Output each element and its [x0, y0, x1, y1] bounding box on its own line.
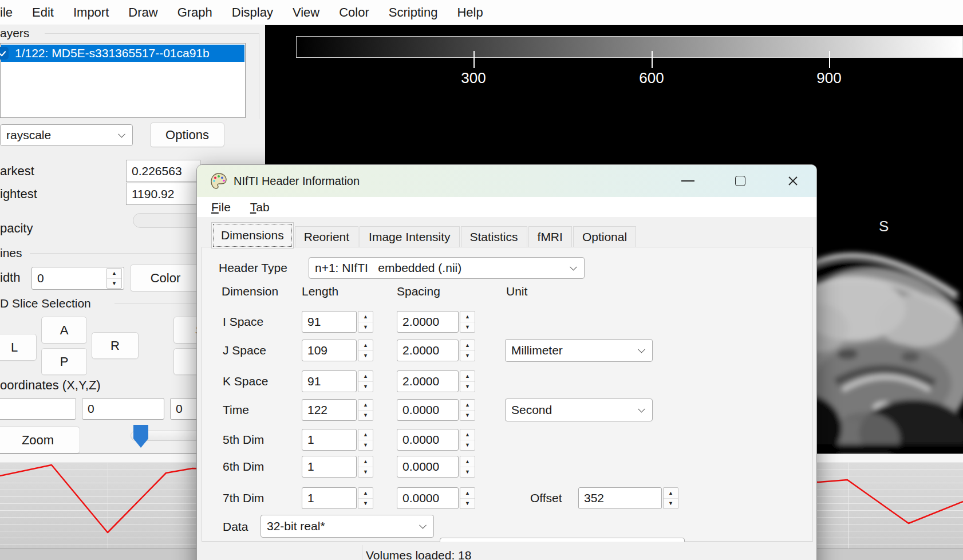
time-spacing-input[interactable]: 0.0000: [397, 399, 459, 421]
spin-down-icon[interactable]: ▼: [460, 440, 475, 451]
dialog-menu-tab[interactable]: Tab: [250, 200, 270, 214]
menu-edit[interactable]: Edit: [31, 3, 55, 22]
time-unit-select[interactable]: Second: [505, 399, 653, 421]
j-spacing-input[interactable]: 2.0000: [397, 340, 459, 361]
dim6-length-input[interactable]: 1: [302, 456, 357, 478]
menu-color[interactable]: Color: [338, 3, 370, 22]
spin-up-icon[interactable]: ▲: [460, 371, 475, 382]
spin-down-icon[interactable]: ▼: [358, 467, 373, 478]
spin-down-icon[interactable]: ▼: [358, 322, 373, 333]
dim7-spacing-spinner[interactable]: ▲▼: [460, 487, 475, 509]
spin-up-icon[interactable]: ▲: [358, 340, 373, 351]
dialog-titlebar[interactable]: NIfTI Header Information: [197, 165, 816, 197]
j-spacing-spinner[interactable]: ▲▼: [460, 340, 475, 361]
tab-image-intensity[interactable]: Image Intensity: [360, 226, 459, 249]
i-length-spinner[interactable]: ▲▼: [358, 311, 373, 333]
tab-optional[interactable]: Optional: [573, 226, 636, 249]
spin-up-icon[interactable]: ▲: [460, 400, 475, 411]
i-length-input[interactable]: 91: [302, 311, 357, 333]
j-length-spinner[interactable]: ▲▼: [358, 340, 373, 361]
close-button[interactable]: [780, 172, 806, 190]
spin-up-icon[interactable]: ▲: [460, 340, 475, 351]
spin-down-icon[interactable]: ▼: [358, 411, 373, 421]
spatial-unit-select[interactable]: Millimeter: [505, 339, 653, 362]
layer-visible-checkbox[interactable]: [0, 47, 9, 60]
i-spacing-spinner[interactable]: ▲▼: [460, 311, 475, 333]
spin-down-icon[interactable]: ▼: [460, 382, 475, 392]
time-length-input[interactable]: 122: [302, 399, 357, 421]
offset-input[interactable]: 352: [578, 487, 662, 509]
k-spacing-spinner[interactable]: ▲▼: [460, 370, 475, 392]
time-length-spinner[interactable]: ▲▼: [358, 399, 373, 421]
tab-fmri[interactable]: fMRI: [528, 226, 572, 249]
data-type-select[interactable]: 32-bit real*: [261, 515, 434, 538]
spin-down-icon[interactable]: ▼: [107, 279, 121, 289]
spin-down-icon[interactable]: ▼: [358, 440, 373, 451]
spin-down-icon[interactable]: ▼: [358, 499, 373, 509]
spin-up-icon[interactable]: ▲: [358, 371, 373, 382]
zoom-button[interactable]: Zoom: [0, 427, 80, 453]
coordinate-y-input[interactable]: 0: [82, 398, 164, 420]
spin-down-icon[interactable]: ▼: [460, 322, 475, 333]
offset-spinner[interactable]: ▲▼: [663, 487, 678, 509]
spin-up-icon[interactable]: ▲: [460, 488, 475, 499]
maximize-button[interactable]: [727, 172, 753, 190]
slice-anterior-button[interactable]: A: [41, 317, 87, 344]
options-button[interactable]: Options: [150, 123, 224, 147]
menu-import[interactable]: Import: [72, 3, 110, 22]
brightest-input[interactable]: 1190.92: [126, 183, 200, 205]
tab-dimensions[interactable]: Dimensions: [211, 222, 294, 249]
dim7-length-input[interactable]: 1: [302, 487, 357, 509]
menu-help[interactable]: Help: [456, 3, 484, 22]
spin-up-icon[interactable]: ▲: [358, 456, 373, 467]
spin-down-icon[interactable]: ▼: [664, 499, 678, 509]
spin-up-icon[interactable]: ▲: [358, 400, 373, 411]
layers-listbox[interactable]: 1/122: MD5E-s331365517--01ca91b: [0, 43, 246, 118]
dim6-length-spinner[interactable]: ▲▼: [358, 456, 373, 478]
time-spacing-spinner[interactable]: ▲▼: [460, 399, 475, 421]
slice-right-button[interactable]: R: [92, 332, 139, 359]
spin-up-icon[interactable]: ▲: [664, 488, 678, 499]
dim6-spacing-spinner[interactable]: ▲▼: [460, 456, 475, 478]
k-spacing-input[interactable]: 2.0000: [397, 370, 459, 392]
dialog-menu-file[interactable]: File: [211, 200, 231, 214]
coordinate-x-input[interactable]: [0, 398, 76, 420]
k-length-input[interactable]: 91: [302, 370, 357, 392]
spin-up-icon[interactable]: ▲: [358, 488, 373, 499]
darkest-input[interactable]: 0.226563: [126, 160, 200, 182]
spin-down-icon[interactable]: ▼: [460, 499, 475, 509]
spin-up-icon[interactable]: ▲: [107, 269, 121, 279]
i-spacing-input[interactable]: 2.0000: [397, 311, 459, 333]
spin-up-icon[interactable]: ▲: [460, 311, 475, 322]
menu-display[interactable]: Display: [231, 3, 274, 22]
j-length-input[interactable]: 109: [302, 340, 357, 361]
dim6-spacing-input[interactable]: 0.0000: [397, 456, 459, 478]
colormap-select[interactable]: rayscale: [0, 124, 133, 146]
dim5-length-spinner[interactable]: ▲▼: [358, 429, 373, 451]
spin-down-icon[interactable]: ▼: [460, 411, 475, 421]
dim7-spacing-input[interactable]: 0.0000: [397, 487, 459, 509]
spin-up-icon[interactable]: ▲: [460, 456, 475, 467]
dim5-length-input[interactable]: 1: [302, 429, 357, 451]
slice-left-button[interactable]: L: [0, 334, 37, 361]
menu-scripting[interactable]: Scripting: [388, 3, 439, 22]
menu-view[interactable]: View: [291, 3, 321, 22]
dim7-length-spinner[interactable]: ▲▼: [358, 487, 373, 509]
menu-file[interactable]: ile: [0, 3, 14, 22]
header-type-select[interactable]: n+1: NIfTI embedded (.nii): [309, 257, 585, 279]
spin-down-icon[interactable]: ▼: [460, 467, 475, 478]
spin-down-icon[interactable]: ▼: [358, 382, 373, 392]
tab-statistics[interactable]: Statistics: [461, 226, 527, 249]
spin-up-icon[interactable]: ▲: [358, 429, 373, 440]
tab-reorient[interactable]: Reorient: [295, 226, 358, 249]
time-slider-handle[interactable]: [133, 425, 148, 448]
spin-down-icon[interactable]: ▼: [460, 351, 475, 361]
line-color-button[interactable]: Color: [130, 265, 201, 291]
spin-up-icon[interactable]: ▲: [358, 311, 373, 322]
k-length-spinner[interactable]: ▲▼: [358, 370, 373, 392]
slice-posterior-button[interactable]: P: [41, 348, 87, 375]
minimize-button[interactable]: [674, 172, 701, 190]
dim5-spacing-input[interactable]: 0.0000: [397, 429, 459, 451]
spin-down-icon[interactable]: ▼: [358, 351, 373, 361]
dim5-spacing-spinner[interactable]: ▲▼: [460, 429, 475, 451]
